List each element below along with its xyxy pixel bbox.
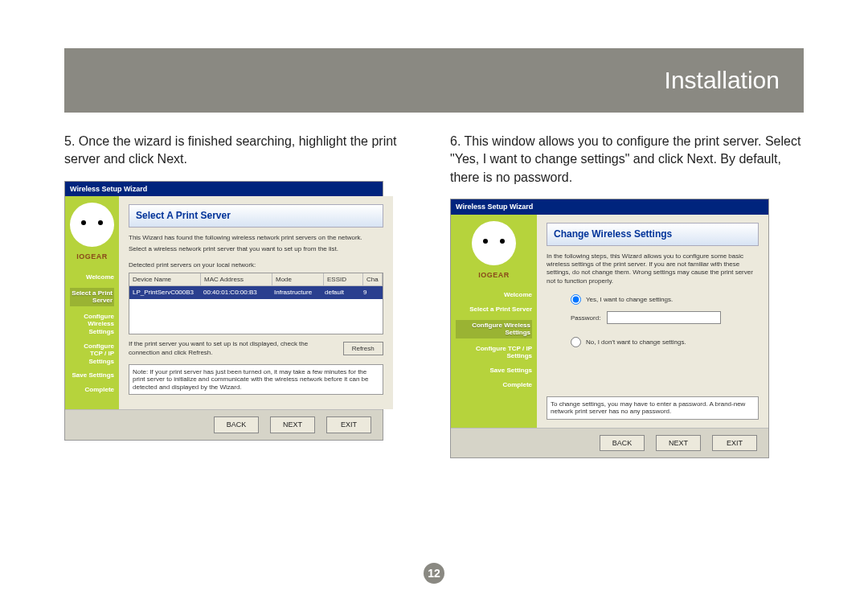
sidebar-item-configure-wireless[interactable]: Configure Wireless Settings <box>70 313 114 336</box>
sidebar-item-save-settings[interactable]: Save Settings <box>70 371 114 379</box>
col-channel: Cha <box>363 273 383 285</box>
list-row-selected[interactable]: LP_PrintServC000B3 00:40:01:C0:00:B3 Inf… <box>129 286 383 298</box>
sidebar-item-configure-wireless[interactable]: Configure Wireless Settings <box>456 320 532 338</box>
page-title: Installation <box>665 67 780 94</box>
mascot-icon <box>70 203 114 247</box>
intro-text-1: This Wizard has found the following wire… <box>129 234 383 242</box>
next-button[interactable]: NEXT <box>656 435 701 452</box>
print-server-list[interactable]: Device Name MAC Address Mode ESSID Cha L… <box>129 273 383 334</box>
step-6-text: 6. This window allows you to configure t… <box>450 133 804 187</box>
col-mac: MAC Address <box>201 273 272 285</box>
radio-yes-label: Yes, I want to change settings. <box>586 295 673 304</box>
sidebar-item-welcome[interactable]: Welcome <box>70 273 114 281</box>
sidebar-item-select-print-server[interactable]: Select a Print Server <box>70 288 114 306</box>
brand-label: IOGEAR <box>456 270 532 281</box>
cell-mode: Infrastructure <box>271 286 321 298</box>
exit-button[interactable]: EXIT <box>712 435 757 452</box>
note-box: Note: If your print server has just been… <box>129 364 383 396</box>
page-number-badge: 12 <box>424 563 444 584</box>
sidebar-item-save-settings[interactable]: Save Settings <box>456 367 532 375</box>
mascot-icon <box>472 221 516 265</box>
wizard-titlebar-2: Wireless Setup Wizard <box>451 199 768 215</box>
wizard-footer: BACK NEXT EXIT <box>65 409 383 440</box>
wizard-sidebar: IOGEAR Welcome Select a Print Server Con… <box>65 196 119 409</box>
wizard-select-print-server: Wireless Setup Wizard IOGEAR Welcome Sel… <box>64 181 383 441</box>
intro-text-2: Select a wireless network print server t… <box>129 245 383 253</box>
back-button[interactable]: BACK <box>214 416 259 433</box>
cell-channel: 9 <box>360 286 383 298</box>
password-field[interactable] <box>607 311 721 324</box>
header-band: Installation <box>64 48 804 113</box>
radio-no-label: No, I don't want to change settings. <box>586 338 686 347</box>
wizard-main-pane: Select A Print Server This Wizard has fo… <box>119 196 393 409</box>
col-essid: ESSID <box>324 273 363 285</box>
wizard-main-pane-2: Change Wireless Settings In the followin… <box>537 215 768 428</box>
sidebar-item-complete[interactable]: Complete <box>70 386 114 394</box>
exit-button[interactable]: EXIT <box>326 416 371 433</box>
sidebar-item-configure-tcpip[interactable]: Configure TCP / IP Settings <box>456 345 532 360</box>
radio-yes[interactable] <box>571 294 581 305</box>
sidebar-item-complete[interactable]: Complete <box>456 381 532 389</box>
sidebar-item-select-print-server[interactable]: Select a Print Server <box>456 306 532 314</box>
radio-no[interactable] <box>571 337 581 347</box>
brand-label: IOGEAR <box>70 252 114 262</box>
refresh-button[interactable]: Refresh <box>343 342 383 355</box>
refresh-text: If the print server you want to set up i… <box>129 339 343 357</box>
radio-yes-row[interactable]: Yes, I want to change settings. <box>571 294 759 305</box>
list-header: Device Name MAC Address Mode ESSID Cha <box>129 273 383 286</box>
intro-text-r: In the following steps, this Wizard allo… <box>547 252 759 286</box>
col-device-name: Device Name <box>129 273 201 285</box>
col-mode: Mode <box>272 273 324 285</box>
radio-no-row[interactable]: No, I don't want to change settings. <box>571 337 759 347</box>
cell-device: LP_PrintServC000B3 <box>129 286 200 298</box>
next-button[interactable]: NEXT <box>270 416 315 433</box>
note-box-2: To change settings, you may have to ente… <box>547 396 759 420</box>
pane-title: Select A Print Server <box>129 204 383 228</box>
cell-essid: default <box>321 286 360 298</box>
wizard-sidebar-2: IOGEAR Welcome Select a Print Server Con… <box>451 215 537 428</box>
left-column: 5. Once the wizard is finished searching… <box>64 133 418 458</box>
cell-mac: 00:40:01:C0:00:B3 <box>200 286 271 298</box>
right-column: 6. This window allows you to configure t… <box>450 133 804 458</box>
password-label: Password: <box>571 314 600 322</box>
wizard-footer-2: BACK NEXT EXIT <box>451 428 768 458</box>
sidebar-item-configure-tcpip[interactable]: Configure TCP / IP Settings <box>70 343 114 366</box>
step-5-text: 5. Once the wizard is finished searching… <box>64 133 418 169</box>
pane-title-2: Change Wireless Settings <box>547 223 759 246</box>
sidebar-item-welcome[interactable]: Welcome <box>456 291 532 299</box>
wizard-change-wireless-settings: Wireless Setup Wizard IOGEAR Welcome Sel… <box>450 199 769 458</box>
list-label: Detected print servers on your local net… <box>129 260 383 269</box>
wizard-titlebar: Wireless Setup Wizard <box>65 182 383 197</box>
back-button[interactable]: BACK <box>600 435 645 452</box>
